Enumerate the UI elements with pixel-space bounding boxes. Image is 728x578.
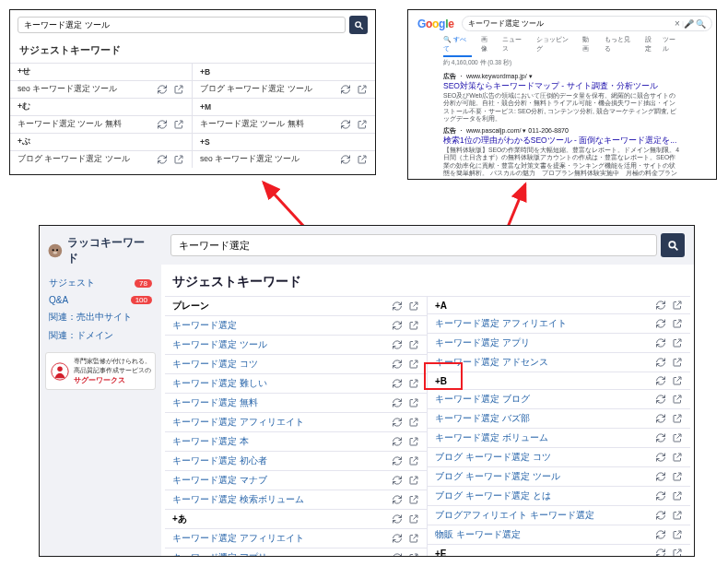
search-icon[interactable]: 🔍 [696, 19, 706, 29]
external-link-icon[interactable] [408, 436, 419, 447]
mini-keyword[interactable]: ブログ キーワード選定 ツール [10, 150, 193, 168]
reload-icon[interactable] [392, 436, 403, 447]
external-link-icon[interactable] [408, 533, 419, 544]
keyword-link[interactable]: キーワード選定 検索ボリューム [172, 493, 304, 506]
reload-icon[interactable] [340, 119, 351, 130]
external-link-icon[interactable] [672, 432, 683, 443]
keyword-link[interactable]: キーワード選定 ツール [172, 338, 267, 351]
external-link-icon[interactable] [672, 413, 683, 424]
reload-icon[interactable] [392, 417, 403, 428]
reload-icon[interactable] [655, 510, 666, 521]
reload-icon[interactable] [157, 119, 168, 130]
reload-icon[interactable] [157, 154, 168, 165]
external-link-icon[interactable] [408, 397, 419, 408]
external-link-icon[interactable] [408, 339, 419, 350]
sidebar-item[interactable]: 関連：ドメイン [45, 326, 156, 345]
keyword-link[interactable]: キーワード選定 バズ部 [435, 412, 530, 425]
keyword-link[interactable]: キーワード選定 アフィリエイト [172, 532, 304, 545]
clear-icon[interactable]: × [673, 18, 682, 29]
google-tool[interactable]: 設定 [645, 35, 657, 57]
sidebar-item[interactable]: サジェスト78 [45, 274, 156, 292]
external-link-icon[interactable] [672, 548, 683, 556]
keyword-link[interactable]: キーワード選定 ブログ [435, 393, 530, 406]
main-search-input[interactable] [170, 234, 657, 256]
mini-keyword[interactable]: ブログ キーワード選定 ツール [193, 80, 375, 98]
external-link-icon[interactable] [173, 154, 184, 165]
keyword-link[interactable]: キーワード選定 本 [172, 435, 249, 448]
reload-icon[interactable] [157, 84, 168, 95]
external-link-icon[interactable] [408, 513, 419, 525]
external-link-icon[interactable] [672, 375, 683, 386]
reload-icon[interactable] [340, 154, 351, 165]
reload-icon[interactable] [392, 339, 403, 350]
keyword-link[interactable]: ブログ キーワード選定 ツール [435, 470, 560, 483]
external-link-icon[interactable] [357, 154, 368, 165]
reload-icon[interactable] [392, 533, 403, 544]
external-link-icon[interactable] [672, 452, 683, 463]
external-link-icon[interactable] [408, 475, 419, 486]
google-tab[interactable]: 🔍 すべて [443, 35, 472, 57]
keyword-link[interactable]: キーワード選定 難しい [172, 377, 267, 390]
mini-search-input[interactable] [18, 17, 346, 33]
mini-keyword[interactable]: キーワード選定 ツール 無料 [193, 115, 375, 133]
google-tab[interactable]: 動画 [582, 35, 594, 57]
reload-icon[interactable] [655, 300, 666, 311]
keyword-link[interactable]: キーワード選定 初心者 [172, 454, 267, 467]
keyword-link[interactable]: キーワード選定 無料 [172, 396, 258, 409]
mic-icon[interactable]: 🎤 [684, 19, 694, 29]
sidebar-item[interactable]: 関連：売出中サイト [45, 308, 156, 326]
external-link-icon[interactable] [672, 471, 683, 482]
google-tab[interactable]: 画像 [481, 35, 493, 57]
external-link-icon[interactable] [408, 359, 419, 370]
reload-icon[interactable] [392, 494, 403, 505]
keyword-link[interactable]: キーワード選定 アフィリエイト [435, 317, 567, 330]
external-link-icon[interactable] [672, 337, 683, 348]
external-link-icon[interactable] [408, 417, 419, 428]
keyword-link[interactable]: キーワード選定 ボリューム [435, 431, 548, 444]
ad-banner[interactable]: 専門家監修が付けられる。 高品質記事作成サービスの サグーワークス [45, 352, 156, 390]
reload-icon[interactable] [655, 490, 666, 501]
mini-keyword[interactable]: seo キーワード選定 ツール [10, 80, 193, 98]
external-link-icon[interactable] [408, 320, 419, 331]
reload-icon[interactable] [392, 455, 403, 466]
keyword-link[interactable]: ブログ キーワード選定 コツ [435, 451, 551, 464]
reload-icon[interactable] [392, 301, 403, 312]
google-search-box[interactable]: × | 🎤 🔍 [462, 16, 712, 31]
reload-icon[interactable] [392, 359, 403, 370]
external-link-icon[interactable] [672, 357, 683, 368]
google-search-input[interactable] [468, 19, 674, 28]
sidebar-item[interactable]: Q&A100 [45, 292, 156, 308]
mini-keyword[interactable]: キーワード選定 ツール 無料 [10, 115, 193, 133]
external-link-icon[interactable] [672, 490, 683, 501]
reload-icon[interactable] [655, 548, 666, 556]
reload-icon[interactable] [392, 397, 403, 408]
keyword-link[interactable]: ブログ キーワード選定 とは [435, 490, 551, 502]
external-link-icon[interactable] [672, 529, 683, 540]
mini-search-button[interactable] [349, 16, 368, 34]
mini-keyword[interactable]: seo キーワード選定 ツール [193, 150, 375, 168]
external-link-icon[interactable] [173, 119, 184, 130]
google-tab[interactable]: ニュース [502, 35, 527, 57]
google-result[interactable]: 広告 ・ www.keywordmap.jp/ ▾SEO対策ならキーワードマップ… [412, 69, 712, 124]
external-link-icon[interactable] [408, 455, 419, 466]
keyword-link[interactable]: キーワード選定 コツ [172, 358, 258, 371]
keyword-link[interactable]: キーワード選定 アプリ [435, 336, 530, 349]
keyword-link[interactable]: キーワード選定 アプリ [172, 551, 267, 556]
keyword-link[interactable]: キーワード選定 マナブ [172, 474, 267, 487]
reload-icon[interactable] [655, 452, 666, 463]
external-link-icon[interactable] [173, 84, 184, 95]
google-result[interactable]: 広告 ・ www.pascaljp.com/ ▾ 011-206-8870検索1… [412, 124, 712, 178]
reload-icon[interactable] [392, 513, 403, 525]
reload-icon[interactable] [655, 375, 666, 386]
external-link-icon[interactable] [408, 552, 419, 556]
reload-icon[interactable] [392, 320, 403, 331]
main-search-button[interactable] [661, 233, 685, 257]
reload-icon[interactable] [655, 394, 666, 405]
brand[interactable]: ラッコキーワード [45, 233, 156, 274]
reload-icon[interactable] [655, 357, 666, 368]
external-link-icon[interactable] [408, 301, 419, 312]
google-tab[interactable]: もっと見る [605, 35, 636, 57]
external-link-icon[interactable] [672, 300, 683, 311]
reload-icon[interactable] [392, 378, 403, 389]
reload-icon[interactable] [340, 84, 351, 95]
